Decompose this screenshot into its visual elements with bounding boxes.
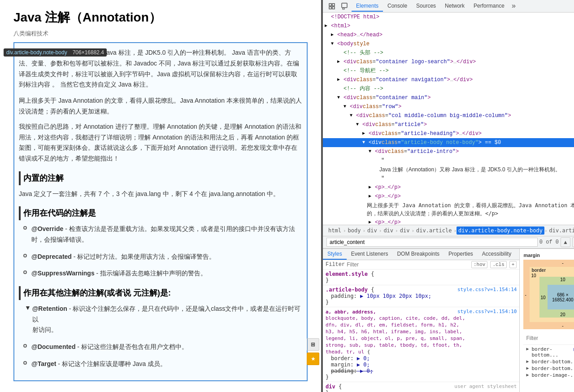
dom-line-article[interactable]: <div class="article">	[323, 120, 574, 129]
style-selector: element.style	[326, 271, 368, 277]
expand-triangle[interactable]	[331, 31, 337, 39]
expand-triangle[interactable]	[362, 130, 369, 138]
tab-dom-breakpoints[interactable]: DOM Breakpoints	[392, 249, 444, 260]
tab-elements[interactable]: Elements	[352, 1, 383, 12]
expand-triangle[interactable]	[344, 103, 350, 111]
breadcrumb-html[interactable]: html	[326, 226, 343, 235]
tab-accessibility[interactable]: Accessibility	[478, 249, 516, 260]
dom-line-comment-content[interactable]: <!-- 内容 -->	[323, 84, 574, 93]
svg-rect-0	[329, 4, 331, 6]
expand-triangle[interactable]	[362, 139, 369, 147]
computed-prop-row[interactable]: ▶ border-bottom... ■ rgb(5...	[525, 346, 574, 358]
dom-line-html[interactable]: <html>	[323, 22, 574, 30]
dom-line-p2[interactable]: <p>…</p>	[323, 192, 574, 201]
dom-panel-wrapper: <!DOCTYPE html> <html> <head>…</head> <b…	[323, 13, 574, 225]
annotation-name: @Deprecated	[31, 253, 72, 260]
dom-line-col-middle[interactable]: <div class="col middle-column big-middle…	[323, 111, 574, 120]
styles-filter-input[interactable]	[347, 261, 469, 268]
list-collapse-btn[interactable]: ▼	[23, 304, 32, 313]
dom-line-quote2[interactable]: "	[323, 174, 574, 183]
expand-triangle[interactable]	[331, 40, 337, 48]
margin-top-val: -	[562, 261, 563, 266]
style-selector: .article-body	[326, 287, 368, 293]
computed-filter-input[interactable]	[526, 335, 574, 341]
attr-class: class	[357, 58, 373, 66]
breadcrumb-div-article[interactable]: div.article	[414, 226, 453, 235]
dom-line-text-block[interactable]: Java 注解（Annotation）又称 Java 标注，是 JDK5.0 引…	[323, 165, 574, 174]
hov-btn[interactable]: :hov	[471, 261, 487, 268]
list-item-text: @SuppressWarnings - 指示编译器去忽略注解中声明的警告。	[31, 268, 207, 279]
tab-network[interactable]: Network	[440, 1, 469, 12]
webpage-content: Java 注解（Annotation） 八类编程技术 div.article-b…	[0, 0, 323, 392]
tab-styles[interactable]: Styles	[323, 249, 347, 260]
tab-console[interactable]: Console	[383, 1, 412, 12]
dom-line-quote1[interactable]: "	[323, 156, 574, 165]
breadcrumb-div-article-body[interactable]: div.article-body.note-body	[457, 226, 544, 235]
box-model-container: margin - - - - - border - 10	[520, 249, 574, 383]
devtools-panel: Elements Console Sources Network Perform…	[323, 0, 574, 392]
annotation-name: @Override	[31, 225, 63, 232]
dom-line-logo-search[interactable]: <div class="container logo-search">…</di…	[323, 57, 574, 66]
dom-line-comment-head[interactable]: <!-- 头部 -->	[323, 48, 574, 57]
search-next-btn[interactable]: ▼	[572, 237, 574, 247]
list-item: @SuppressWarnings - 指示编译器去忽略注解中声明的警告。	[19, 268, 302, 279]
style-source[interactable]: style.css?v=1.154:14	[457, 287, 517, 292]
search-input[interactable]	[326, 238, 538, 247]
breadcrumb-div2[interactable]: div	[382, 226, 395, 235]
dom-line-comment-nav[interactable]: <!-- 导航栏 -->	[323, 66, 574, 75]
dom-line-p3[interactable]: <p>…</p>	[323, 218, 574, 225]
filter-label: Filter	[326, 261, 345, 268]
svg-rect-5	[343, 8, 344, 9]
expand-triangle[interactable]	[337, 76, 344, 84]
dom-line-row[interactable]: <div class="row">	[323, 102, 574, 111]
expand-triangle[interactable]	[325, 22, 331, 30]
dom-line-body[interactable]: <body style	[323, 39, 574, 48]
expand-triangle[interactable]	[369, 183, 375, 192]
style-prop-margin: margin: ▶ 0;	[331, 362, 517, 368]
expand-triangle[interactable]	[369, 148, 375, 156]
dom-line-article-intro[interactable]: <div class="article-intro">	[323, 147, 574, 156]
star-icon-btn[interactable]: ★	[307, 353, 319, 365]
list-item: @Deprecated - 标记过时方法。如果使用该方法，会报编译警告。	[19, 252, 302, 262]
list-bullet	[23, 270, 27, 274]
computed-prop-row[interactable]: ▶ border-bottom... none	[525, 358, 574, 365]
dom-line-head[interactable]: <head>…</head>	[323, 30, 574, 39]
expand-triangle[interactable]	[337, 58, 344, 66]
tab-event-listeners[interactable]: Event Listeners	[347, 249, 393, 260]
dom-line-annotation-text[interactable]: 网上很多关于 Java Annotation 的文章，看得人眼花缭乱。Java …	[323, 201, 574, 218]
add-style-btn[interactable]: +	[509, 261, 517, 268]
styles-tabs: Styles Event Listeners DOM Breakpoints P…	[323, 249, 519, 260]
dom-line-p1[interactable]: <p>…</p>	[323, 183, 574, 192]
style-source[interactable]: style.css?v=1.154:10	[457, 309, 517, 314]
tab-sources[interactable]: Sources	[412, 1, 440, 12]
style-rule-element: element.style { }	[323, 270, 519, 285]
expand-triangle[interactable]	[350, 112, 356, 120]
expand-triangle[interactable]	[369, 192, 375, 200]
dom-line-container-main[interactable]: <div class="container main">	[323, 93, 574, 102]
expand-triangle[interactable]	[337, 94, 344, 102]
dom-line-navigation[interactable]: <div class="container navigation">…</div…	[323, 75, 574, 84]
border-left-val: 10	[531, 273, 536, 278]
tab-properties[interactable]: Properties	[444, 249, 478, 260]
search-prev-btn[interactable]: ▲	[561, 237, 570, 247]
cls-btn[interactable]: .cls	[490, 261, 506, 268]
dom-line-doctype[interactable]: <!DOCTYPE html>	[323, 13, 574, 22]
dom-line-article-heading[interactable]: <div class="article-heading">…</div>	[323, 129, 574, 138]
expand-icon-btn[interactable]: ⊞	[307, 338, 319, 351]
breadcrumb-div3[interactable]: div	[398, 226, 412, 235]
computed-prop-row[interactable]: ▶ border-bottom... 0px	[525, 365, 574, 372]
inspect-element-btn[interactable]	[326, 1, 337, 12]
expand-triangle[interactable]	[356, 121, 362, 129]
doctype-tag: <!DOCTYPE html>	[331, 13, 379, 21]
breadcrumb-body[interactable]: body	[346, 226, 363, 235]
more-tabs-btn[interactable]: »	[509, 1, 519, 11]
device-toolbar-btn[interactable]	[339, 1, 350, 12]
list-bullet	[23, 226, 27, 230]
breadcrumb-div1[interactable]: div	[365, 226, 379, 235]
expand-triangle[interactable]	[369, 218, 375, 225]
computed-prop-row[interactable]: ▶ border-image-... 0px	[525, 372, 574, 379]
dom-line-article-body-selected[interactable]: <div class="article-body note-body"> == …	[323, 138, 574, 147]
breadcrumb-div-article-intro[interactable]: div.article-intro	[548, 226, 574, 235]
tab-performance[interactable]: Performance	[469, 1, 509, 12]
computed-triangle: ▶	[526, 372, 531, 378]
